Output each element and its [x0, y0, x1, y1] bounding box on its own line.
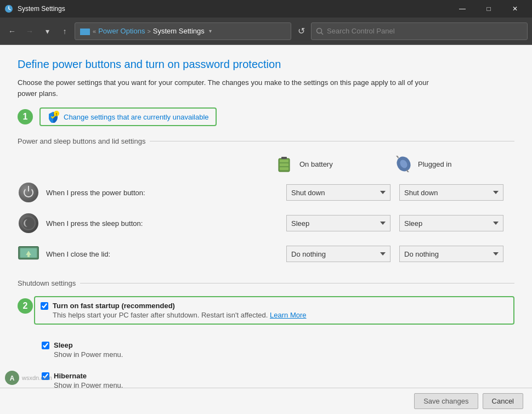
cancel-button[interactable]: Cancel	[483, 393, 523, 409]
minimize-button[interactable]: —	[450, 0, 475, 18]
up-button[interactable]: ↑	[57, 24, 72, 39]
watermark-text: wsxdn.com	[22, 375, 52, 381]
breadcrumb-sep2: >	[147, 28, 150, 35]
title-bar-title: System Settings	[18, 5, 450, 13]
maximize-button[interactable]: □	[476, 0, 501, 18]
learn-more-link[interactable]: Learn More	[270, 311, 306, 319]
search-icon	[316, 27, 324, 35]
power-button-dropdowns: Do nothing Sleep Hibernate Shut down Tur…	[286, 184, 503, 201]
shutdown-section-title: Shutdown settings	[18, 279, 514, 287]
plugged-in-header: Plugged in	[394, 154, 503, 174]
watermark: A wsxdn.com	[4, 370, 52, 385]
sleep-label[interactable]: Sleep	[54, 341, 73, 349]
fast-startup-checkbox-row: Turn on fast startup (recommended)	[41, 302, 508, 310]
fast-startup-desc: This helps start your PC faster after sh…	[53, 311, 508, 319]
svg-rect-10	[280, 167, 288, 170]
hibernate-label[interactable]: Hibernate	[54, 372, 87, 380]
lid-row: When I close the lid: Do nothing Sleep H…	[18, 242, 514, 266]
sleep-button-dropdowns: Do nothing Sleep Hibernate Shut down Tur…	[286, 215, 503, 231]
battery-icon	[275, 154, 295, 174]
shutdown-section: Shutdown settings 2 Turn on fast startup…	[18, 279, 514, 393]
step-1-badge: 1	[18, 109, 33, 124]
shield-icon: !	[47, 111, 59, 123]
on-battery-label: On battery	[299, 160, 333, 168]
sleep-checkbox-row: Sleep	[42, 341, 514, 349]
close-button[interactable]: ✕	[502, 0, 528, 18]
svg-text:!: !	[56, 112, 57, 116]
svg-rect-9	[280, 163, 288, 166]
lid-plugged-in-select[interactable]: Do nothing Sleep Hibernate Shut down Tur…	[399, 246, 503, 262]
recent-locations-button[interactable]: ▾	[39, 24, 55, 39]
power-button-icon	[18, 182, 39, 203]
nav-bar: ← → ▾ ↑ « Power Options > System Setting…	[0, 18, 532, 45]
breadcrumb-power-options[interactable]: Power Options	[98, 27, 145, 35]
change-settings-link[interactable]: ! Change settings that are currently una…	[39, 107, 217, 126]
appuals-logo: A	[4, 370, 20, 385]
table-headers: On battery Plugged in	[18, 154, 514, 174]
power-table: On battery Plugged in	[18, 154, 514, 266]
svg-line-3	[321, 32, 324, 35]
title-bar-controls: — □ ✕	[450, 0, 528, 18]
lid-on-battery-select[interactable]: Do nothing Sleep Hibernate Shut down Tur…	[286, 246, 390, 262]
sleep-button-plugged-in-select[interactable]: Do nothing Sleep Hibernate Shut down Tur…	[399, 215, 503, 231]
breadcrumb-separator: «	[93, 28, 96, 35]
hibernate-checkbox-row: Hibernate	[42, 372, 514, 380]
breadcrumb-current: System Settings	[153, 27, 205, 35]
back-button[interactable]: ←	[4, 24, 20, 39]
lid-icon	[18, 243, 39, 265]
svg-text:A: A	[10, 375, 15, 382]
plugged-in-label: Plugged in	[418, 160, 451, 168]
main-content: Define power buttons and turn on passwor…	[0, 45, 532, 414]
lid-label: When I close the lid:	[46, 250, 286, 258]
change-settings-text: Change settings that are currently unava…	[64, 113, 209, 121]
save-changes-button[interactable]: Save changes	[414, 393, 478, 409]
sleep-checkbox[interactable]	[42, 342, 49, 349]
title-bar-icon	[4, 4, 13, 13]
breadcrumb-dropdown-icon[interactable]: ▾	[209, 28, 212, 34]
change-settings-wrapper: 1 ! Change settings that are currently u…	[18, 107, 514, 126]
title-bar: System Settings — □ ✕	[0, 0, 532, 18]
sleep-button-on-battery-select[interactable]: Do nothing Sleep Hibernate Shut down Tur…	[286, 215, 390, 231]
bottom-bar: A wsxdn.com Save changes Cancel	[0, 388, 532, 414]
step-2-badge: 2	[18, 298, 33, 314]
sleep-button-icon	[18, 212, 39, 234]
fast-startup-label[interactable]: Turn on fast startup (recommended)	[53, 302, 175, 310]
breadcrumb: « Power Options > System Settings ▾	[75, 22, 291, 40]
fast-startup-item: Turn on fast startup (recommended) This …	[34, 296, 514, 325]
search-bar	[311, 22, 528, 40]
page-title: Define power buttons and turn on passwor…	[18, 58, 514, 71]
page-description: Choose the power settings that you want …	[18, 77, 429, 99]
sleep-button-label: When I press the sleep button:	[46, 219, 286, 228]
lid-dropdowns: Do nothing Sleep Hibernate Shut down Tur…	[286, 246, 503, 262]
on-battery-header: On battery	[275, 154, 385, 174]
folder-icon	[80, 26, 90, 37]
power-button-plugged-in-select[interactable]: Do nothing Sleep Hibernate Shut down Tur…	[399, 184, 503, 201]
svg-point-2	[317, 28, 322, 33]
sleep-button-row: When I press the sleep button: Do nothin…	[18, 211, 514, 235]
refresh-button[interactable]: ↺	[293, 24, 309, 39]
power-buttons-section-title: Power and sleep buttons and lid settings	[18, 137, 514, 145]
svg-rect-7	[281, 157, 287, 159]
plugin-icon	[394, 154, 414, 174]
sleep-desc: Show in Power menu.	[54, 350, 514, 359]
search-input[interactable]	[327, 27, 523, 35]
power-button-label: When I press the power button:	[46, 189, 286, 197]
fast-startup-checkbox[interactable]	[41, 302, 48, 310]
svg-rect-8	[280, 160, 288, 162]
forward-button[interactable]: →	[22, 24, 37, 39]
power-button-on-battery-select[interactable]: Do nothing Sleep Hibernate Shut down Tur…	[286, 184, 390, 201]
sleep-item: Sleep Show in Power menu.	[42, 338, 514, 362]
power-button-row: When I press the power button: Do nothin…	[18, 180, 514, 205]
